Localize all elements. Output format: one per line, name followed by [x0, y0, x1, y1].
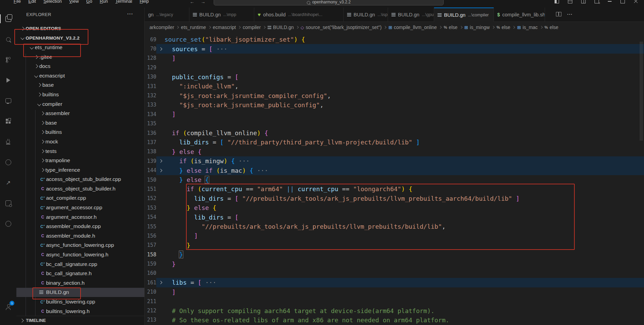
code-text: } — [164, 251, 183, 258]
fold-chevron-icon[interactable] — [156, 48, 164, 50]
tree-item-access-object-stub-builder.h[interactable]: Caccess_object_stub_builder.h — [16, 184, 144, 194]
breadcrumb-item-source_set-libark_jsoptimizer_[interactable]: ◇source_set("libark_jsoptimizer_set") — [301, 25, 382, 30]
fold-chevron-icon[interactable] — [156, 281, 164, 284]
tab-bar: gn...\legacyBUILD.gn...\mpp♥ohos.build..… — [145, 8, 644, 22]
menu-run[interactable]: Run — [100, 0, 108, 4]
tree-item-trampoline[interactable]: trampoline — [16, 156, 144, 165]
breadcrumb-item-else[interactable]: %else — [497, 25, 510, 30]
tab-build.gn[interactable]: BUILD.gn...\compiler× — [434, 8, 494, 22]
tree-item-builtins-lowering.h[interactable]: Cbuiltins_lowering.h — [16, 307, 144, 316]
code-editor[interactable]: 69source_set("libark_jsoptimizer_set") {… — [145, 33, 644, 325]
tree-item-ets-runtime[interactable]: ets_runtime — [16, 43, 144, 52]
menu-file[interactable]: File — [14, 0, 21, 4]
run-debug-icon[interactable] — [4, 76, 13, 85]
menu-selection[interactable]: Selection — [43, 0, 61, 4]
editor-scrollbar[interactable] — [640, 42, 643, 141]
back-icon[interactable]: ← — [190, 0, 195, 4]
forward-icon[interactable]: → — [201, 0, 205, 4]
shell-icon: $ — [497, 12, 500, 17]
tab-build.gn[interactable]: BUILD.gn...\mpp — [189, 8, 254, 22]
tree-item-compiler[interactable]: compiler — [16, 99, 144, 109]
tree-section-openharmony-v3.2.2[interactable]: OPENHARMONY_V3.2.2 — [16, 33, 144, 43]
tree-item-build.gn[interactable]: BUILD.gn — [16, 288, 144, 297]
fold-chevron-icon[interactable] — [156, 160, 164, 162]
command-center-search[interactable]: openharmony_v3.2.2 — [214, 0, 444, 5]
menu-help[interactable]: Help — [140, 0, 149, 4]
tree-item-access-object-stub-builder.cpp[interactable]: C+access_object_stub_builder.cpp — [16, 175, 144, 184]
restore-icon[interactable] — [620, 0, 625, 3]
source-control-icon[interactable] — [4, 55, 13, 64]
tab-ohos.build[interactable]: ♥ohos.build...\board\hihope\... — [254, 8, 344, 22]
toggle-panel-icon[interactable] — [568, 0, 572, 3]
tree-item-builtins[interactable]: builtins — [16, 128, 144, 137]
menu-terminal[interactable]: Terminal — [115, 0, 132, 4]
explorer-icon[interactable] — [4, 14, 13, 23]
tree-item-binary-section.h[interactable]: Cbinary_section.h — [16, 278, 144, 288]
minimize-icon[interactable] — [608, 1, 612, 2]
tree-item-mock[interactable]: mock — [16, 137, 144, 146]
more-actions-icon[interactable]: ⋯ — [567, 11, 573, 17]
breadcrumb-item-build-gn[interactable]: BUILD.gn — [268, 25, 294, 30]
chevron-right-icon — [384, 26, 386, 29]
remote-explorer-icon[interactable] — [4, 96, 13, 105]
search-icon[interactable] — [4, 35, 13, 44]
tree-item-builtins[interactable]: builtins — [16, 90, 144, 99]
info-circle-icon[interactable] — [4, 219, 13, 228]
tree-item-base[interactable]: base — [16, 118, 144, 128]
tree-item-async-function-lowering.cpp[interactable]: C+async_function_lowering.cpp — [16, 241, 144, 250]
breadcrumb-item-else[interactable]: %else — [545, 25, 558, 30]
tree-item-assembler[interactable]: assembler — [16, 109, 144, 118]
sidebar-more-actions[interactable]: ⋯ — [127, 10, 133, 17]
menu-go[interactable]: Go — [86, 0, 92, 4]
menu-view[interactable]: View — [69, 0, 79, 4]
tab-gn[interactable]: gn...\legacy — [145, 8, 189, 22]
tree-item-builtins-lowering.cpp[interactable]: C+builtins_lowering.cpp — [16, 297, 144, 307]
breadcrumb-item-is_mingw[interactable]: ⊞is_mingw — [464, 25, 490, 30]
breadcrumb-item-ecmascript[interactable]: ecmascript — [213, 25, 236, 30]
line-number: 144 — [145, 167, 156, 173]
timeline-section[interactable]: TIMELINE — [16, 316, 144, 325]
tree-item-label: async_function_lowering.cpp — [46, 242, 114, 248]
tree-item-aot-compiler.cpp[interactable]: C+aot_compiler.cpp — [16, 194, 144, 203]
tree-item-assembler-module.h[interactable]: Cassembler_module.h — [16, 231, 144, 241]
tree-section-open-editors[interactable]: OPEN EDITORS — [16, 24, 144, 33]
tree-item-argument-accessor.h[interactable]: Cargument_accessor.h — [16, 212, 144, 222]
tree-item-async-function-lowering.h[interactable]: Casync_function_lowering.h — [16, 250, 144, 259]
split-editor-icon[interactable] — [556, 12, 561, 16]
tree-item-bc-call-signature.h[interactable]: Cbc_call_signature.h — [16, 269, 144, 278]
gn-file-icon — [268, 26, 271, 29]
close-icon[interactable] — [634, 0, 638, 3]
tree-item-argument-accessor.cpp[interactable]: C+argument_accessor.cpp — [16, 203, 144, 212]
accounts-icon[interactable]: 1 — [4, 302, 13, 311]
breadcrumb-item-compile_llvm_online[interactable]: ⊞compile_llvm_online — [388, 25, 437, 30]
tree-item-type-inference[interactable]: type_inference — [16, 165, 144, 175]
customize-layout-icon[interactable] — [595, 0, 599, 3]
dev-container-icon[interactable] — [4, 199, 13, 208]
extensions-icon[interactable] — [4, 117, 13, 126]
menu-edit[interactable]: Edit — [28, 0, 36, 4]
tree-item-docs[interactable]: docs — [16, 61, 144, 71]
tree-item-base[interactable]: base — [16, 81, 144, 90]
github-icon[interactable] — [4, 158, 13, 167]
line-number: 69 — [145, 37, 156, 43]
breadcrumb-item-ets_runtime[interactable]: ets_runtime — [181, 25, 206, 30]
tree-item-bc-call-signature.cpp[interactable]: C+bc_call_signature.cpp — [16, 259, 144, 269]
live-share-icon[interactable]: ↗ — [4, 178, 13, 187]
breadcrumb-item-compiler[interactable]: compiler — [243, 25, 261, 30]
tree-item-ecmascript[interactable]: ecmascript — [16, 71, 144, 81]
testing-icon[interactable] — [4, 137, 13, 146]
tree-item-assembler-module.cpp[interactable]: C+assembler_module.cpp — [16, 222, 144, 231]
line-number: 160 — [145, 270, 156, 276]
breadcrumb-item-is_mac[interactable]: ⊞is_mac — [517, 25, 538, 30]
toggle-secondary-sidebar-icon[interactable] — [581, 0, 586, 3]
breadcrumb-item-arkcompiler[interactable]: arkcompiler — [149, 25, 174, 30]
fold-chevron-icon[interactable] — [156, 169, 164, 172]
tab-build.gn[interactable]: BUILD.gn...\isp — [344, 8, 388, 22]
tab-compile-llvm-lib.sh[interactable]: $compile_llvm_lib.sh — [494, 8, 545, 22]
toggle-sidebar-icon[interactable] — [555, 0, 559, 3]
tree-item-.gitee[interactable]: .gitee — [16, 52, 144, 62]
tree-item-tests[interactable]: tests — [16, 146, 144, 156]
line-number: 151 — [145, 186, 156, 192]
tab-build.gn[interactable]: BUILD.gn...\gpu — [388, 8, 434, 22]
breadcrumb-item-else[interactable]: %else — [444, 25, 457, 30]
